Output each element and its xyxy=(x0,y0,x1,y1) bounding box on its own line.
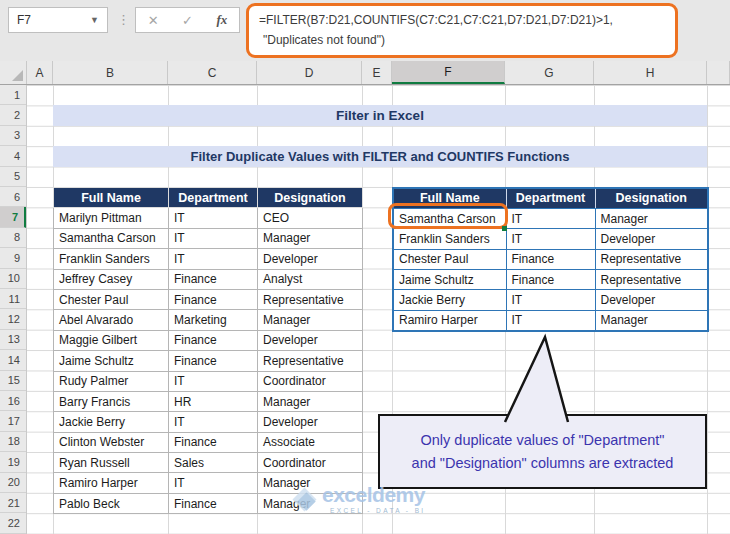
row-header-17[interactable]: 17 xyxy=(0,411,26,431)
cell[interactable]: Franklin Sanders xyxy=(54,249,169,269)
cell[interactable]: Representative xyxy=(258,289,363,309)
cell[interactable]: Jackie Berry xyxy=(393,290,506,310)
cell[interactable]: Sales xyxy=(169,453,258,473)
row-header-14[interactable]: 14 xyxy=(0,350,26,370)
cell[interactable]: Developer xyxy=(258,330,363,350)
cell[interactable]: IT xyxy=(169,412,258,432)
header-cell[interactable]: Department xyxy=(506,188,595,208)
cell[interactable]: Jaime Schultz xyxy=(393,270,506,290)
enter-icon[interactable]: ✓ xyxy=(182,13,193,28)
header-cell[interactable]: Designation xyxy=(595,188,708,208)
cell[interactable]: Chester Paul xyxy=(54,289,169,309)
row-header-20[interactable]: 20 xyxy=(0,473,26,493)
cell[interactable]: Manager xyxy=(258,228,363,248)
cell[interactable]: Franklin Sanders xyxy=(393,229,506,249)
row-header-9[interactable]: 9 xyxy=(0,248,26,268)
cell[interactable]: Developer xyxy=(258,412,363,432)
cell[interactable]: Manager xyxy=(595,310,708,330)
cancel-icon[interactable]: ✕ xyxy=(148,13,159,28)
row-header-15[interactable]: 15 xyxy=(0,371,26,391)
cell[interactable]: Finance xyxy=(506,249,595,269)
name-box[interactable]: F7 ▼ xyxy=(8,7,108,33)
row-header-19[interactable]: 19 xyxy=(0,452,26,472)
row-header-22[interactable]: 22 xyxy=(0,513,26,533)
cell[interactable]: CEO xyxy=(258,208,363,228)
cell[interactable]: Maggie Gilbert xyxy=(54,330,169,350)
header-cell[interactable]: Designation xyxy=(258,188,363,208)
cell[interactable]: Finance xyxy=(169,269,258,289)
row-header-18[interactable]: 18 xyxy=(0,432,26,452)
cell[interactable]: Marilyn Pittman xyxy=(54,208,169,228)
row-header-16[interactable]: 16 xyxy=(0,391,26,411)
cell[interactable]: Analyst xyxy=(258,269,363,289)
header-cell[interactable]: Full Name xyxy=(393,188,506,208)
cell[interactable]: Representative xyxy=(595,249,708,269)
column-header-F[interactable]: F xyxy=(392,61,505,84)
cell[interactable]: Ramiro Harper xyxy=(393,310,506,330)
cell[interactable]: Manager xyxy=(595,208,708,228)
cell[interactable]: Manager xyxy=(258,310,363,330)
column-header-E[interactable]: E xyxy=(362,61,392,84)
sheet-subtitle-cell[interactable]: Filter Duplicate Values with FILTER and … xyxy=(53,146,707,167)
cell[interactable]: Jeffrey Casey xyxy=(54,269,169,289)
row-header-21[interactable]: 21 xyxy=(0,493,26,513)
cell[interactable]: Developer xyxy=(595,229,708,249)
column-header-D[interactable]: D xyxy=(257,61,362,84)
cell[interactable]: Developer xyxy=(258,249,363,269)
cell[interactable]: Coordinator xyxy=(258,453,363,473)
row-header-8[interactable]: 8 xyxy=(0,228,26,248)
cell[interactable]: Finance xyxy=(169,432,258,452)
cell[interactable]: Jackie Berry xyxy=(54,412,169,432)
cell[interactable]: IT xyxy=(506,208,595,228)
row-header-3[interactable]: 3 xyxy=(0,126,26,146)
cell[interactable]: Finance xyxy=(169,351,258,371)
cell[interactable]: Samantha Carson xyxy=(393,208,506,228)
source-table[interactable]: Full NameDepartmentDesignation Marilyn P… xyxy=(53,187,363,514)
cell[interactable]: IT xyxy=(506,229,595,249)
row-header-5[interactable]: 5 xyxy=(0,167,26,187)
cell[interactable]: Pablo Beck xyxy=(54,493,169,513)
formula-input[interactable]: =FILTER(B7:D21,COUNTIFS(C7:C21,C7:C21,D7… xyxy=(246,3,678,58)
cell[interactable]: Barry Francis xyxy=(54,391,169,411)
cell[interactable]: Abel Alvarado xyxy=(54,310,169,330)
row-header-6[interactable]: 6 xyxy=(0,187,26,207)
cell[interactable]: Chester Paul xyxy=(393,249,506,269)
row-header-12[interactable]: 12 xyxy=(0,309,26,329)
cell[interactable]: Coordinator xyxy=(258,371,363,391)
column-header-blank[interactable] xyxy=(707,61,730,84)
cell[interactable]: Finance xyxy=(169,493,258,513)
row-header-11[interactable]: 11 xyxy=(0,289,26,309)
cell[interactable]: Developer xyxy=(595,290,708,310)
cell[interactable]: Clinton Webster xyxy=(54,432,169,452)
name-box-dropdown-icon[interactable]: ▼ xyxy=(90,15,99,25)
row-header-10[interactable]: 10 xyxy=(0,269,26,289)
header-cell[interactable]: Department xyxy=(169,188,258,208)
cell[interactable]: Representative xyxy=(595,270,708,290)
cell[interactable]: Rudy Palmer xyxy=(54,371,169,391)
cell[interactable]: Finance xyxy=(506,270,595,290)
callout-bubble[interactable]: Only duplicate values of "Department" an… xyxy=(378,414,707,489)
cell[interactable]: Finance xyxy=(169,289,258,309)
cell[interactable]: IT xyxy=(169,371,258,391)
cell[interactable]: IT xyxy=(169,228,258,248)
column-header-B[interactable]: B xyxy=(53,61,168,84)
cell[interactable]: Samantha Carson xyxy=(54,228,169,248)
cell[interactable]: Manager xyxy=(258,391,363,411)
cell[interactable]: Representative xyxy=(258,351,363,371)
cell[interactable]: Jaime Schultz xyxy=(54,351,169,371)
cell[interactable]: Ramiro Harper xyxy=(54,473,169,493)
column-header-G[interactable]: G xyxy=(505,61,594,84)
cell[interactable]: IT xyxy=(506,290,595,310)
sheet-title-cell[interactable]: Filter in Excel xyxy=(53,105,707,126)
cell[interactable]: IT xyxy=(169,473,258,493)
cell[interactable]: IT xyxy=(169,208,258,228)
row-header-13[interactable]: 13 xyxy=(0,330,26,350)
select-all-button[interactable] xyxy=(0,61,27,84)
row-header-4[interactable]: 4 xyxy=(0,146,26,166)
fill-handle[interactable] xyxy=(502,226,507,231)
cell[interactable]: HR xyxy=(169,391,258,411)
row-header-2[interactable]: 2 xyxy=(0,105,26,125)
column-header-C[interactable]: C xyxy=(168,61,257,84)
cell[interactable]: Marketing xyxy=(169,310,258,330)
cell[interactable]: Ryan Russell xyxy=(54,453,169,473)
